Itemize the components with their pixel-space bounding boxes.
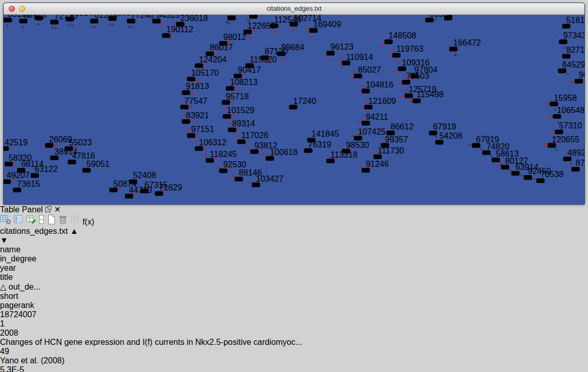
graph-edge[interactable] [35,23,39,176]
row-height-button[interactable] [38,217,47,226]
graph-node[interactable]: 121609 [364,96,396,110]
graph-node[interactable]: 69218 [444,15,471,20]
graph-node-label: 115498 [417,90,444,99]
graph-node[interactable]: 85027 [354,65,381,78]
graph-node[interactable]: 106548 [553,105,584,119]
graph-node[interactable]: 84315 [153,15,180,24]
import-table-button[interactable] [70,217,82,226]
graph-edge[interactable] [293,104,549,107]
function-builder-button[interactable]: f(x) [82,217,94,226]
graph-node[interactable]: 111730 [374,146,404,159]
graph-node[interactable]: 115498 [412,90,444,103]
graph-node[interactable]: 104816 [362,80,394,93]
graph-node[interactable]: 89314 [228,119,255,132]
graph-edge[interactable] [293,107,554,132]
graph-node[interactable]: 119763 [392,44,423,57]
graph-edge[interactable] [293,107,361,122]
graph-node[interactable]: 90417 [234,65,261,78]
graph-node[interactable]: 86612 [386,122,413,135]
graph-edge[interactable] [267,62,293,107]
graph-node[interactable]: 91246 [362,159,389,172]
edit-table-button[interactable] [26,217,38,226]
graph-node[interactable]: 97151 [187,124,214,138]
graph-edge[interactable] [21,23,38,170]
graph-node[interactable]: 91813 [182,81,209,95]
network-selector-dropdown[interactable]: citations_edges.txt ▲▼ [0,227,588,245]
graph-node[interactable]: 56914 [66,15,93,21]
graph-edge[interactable] [113,23,129,196]
graph-node[interactable]: 96084 [575,70,584,83]
graph-node[interactable]: 169409 [309,19,341,33]
column-header-title[interactable]: title [0,273,588,282]
column-header-year[interactable]: year [0,264,588,273]
close-panel-button[interactable]: ✕ [54,205,61,214]
graph-node[interactable]: 83921 [182,111,209,124]
column-header-in-degree[interactable]: in_degree [0,254,588,264]
column-settings-button[interactable] [0,217,13,226]
graph-edge[interactable] [293,107,552,116]
column-header-short[interactable]: short [0,292,588,301]
column-header-pagerank[interactable]: pagerank [0,301,588,310]
column-header-name[interactable]: name [0,245,588,254]
graph-node[interactable]: 97343 [559,31,584,44]
graph-edge[interactable] [7,25,8,182]
graph-edge[interactable] [293,29,294,107]
graph-edge[interactable] [282,58,293,107]
graph-edge[interactable] [132,26,145,191]
graph-node[interactable]: 17240 [289,96,316,110]
graph-node[interactable]: 103427 [252,174,284,187]
graph-node[interactable]: 55023 [64,138,92,151]
graph-node[interactable]: 77547 [180,96,207,110]
graph-node[interactable]: 15958 [550,93,577,106]
graph-node[interactable]: 71629 [155,183,182,196]
new-table-button[interactable] [47,217,58,226]
float-panel-button[interactable] [45,205,54,214]
graph-node[interactable]: 77240 [127,15,154,24]
graph-node[interactable]: 148508 [384,31,416,44]
graph-node[interactable]: 54208 [435,131,462,144]
graph-node[interactable]: 108213 [226,77,257,91]
graph-node[interactable]: 57310 [555,121,582,134]
graph-node[interactable]: 70538 [536,169,563,183]
show-columns-button[interactable] [13,217,26,226]
network-graph[interactable]: 1724011254812265898012860171242041051709… [4,15,584,202]
graph-node[interactable]: 107425 [354,127,385,140]
yellow-node-shape [162,33,170,38]
graph-edge[interactable] [253,69,293,107]
graph-node[interactable]: 113318 [326,150,358,163]
graph-node[interactable]: 95718 [222,92,249,105]
graph-node[interactable]: 26069 [45,135,72,148]
graph-node-label: 97343 [563,31,584,40]
graph-node[interactable]: 63122 [31,164,58,178]
graph-node[interactable]: 110914 [342,52,373,65]
graph-node[interactable]: 101529 [223,105,254,119]
graph-node[interactable]: 82714 [562,45,584,58]
graph-node[interactable]: 105170 [187,68,219,81]
graph-node[interactable]: 86017 [206,42,233,56]
graph-node[interactable]: 124204 [195,55,227,68]
graph-node[interactable]: 42519 [4,138,28,151]
graph-edge[interactable] [275,30,293,107]
graph-node[interactable]: 73615 [13,179,40,192]
graph-node[interactable]: 166472 [449,38,481,51]
graph-node[interactable]: 190112 [162,25,193,38]
graph-node[interactable]: 100618 [266,147,297,161]
graph-edge[interactable] [293,107,547,145]
graph-node[interactable]: 94211 [362,112,388,125]
column-header-out-degree[interactable]: △ out_de... [0,282,588,292]
graph-edge[interactable] [439,142,471,145]
graph-node[interactable]: 120655 [548,135,579,148]
graph-edge[interactable] [49,24,69,145]
graph-edge[interactable] [5,26,23,148]
graph-node[interactable]: 122658 [244,21,275,34]
graph-node[interactable]: 95723 [249,15,276,19]
graph-node[interactable]: 51610 [562,15,584,29]
graph-node[interactable]: 106312 [195,138,227,151]
window-titlebar[interactable]: citations_edges.txt [4,3,584,15]
graph-node[interactable]: 76319 [304,140,331,153]
graph-edge[interactable] [69,23,111,148]
table-row[interactable]: 18724007 1 2008 Changes of HCN gene expr… [0,310,588,372]
graph-node[interactable]: 59051 [82,159,110,172]
graph-node[interactable]: 87754 [572,158,584,171]
delete-table-button[interactable] [58,217,70,226]
